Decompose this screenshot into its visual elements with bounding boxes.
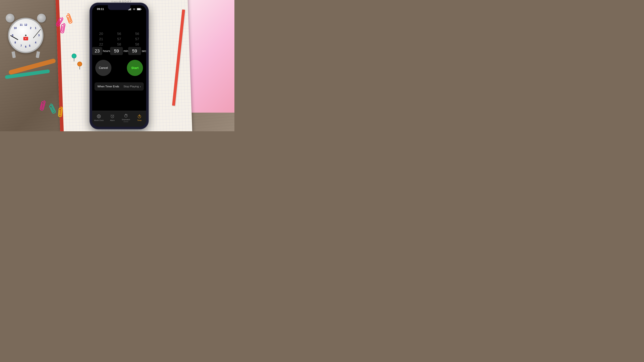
hours-selected-row[interactable]: 23 hours [92, 47, 110, 55]
tab-bar: World Clock Alarm [92, 111, 146, 127]
clock-num-8: 8 [14, 41, 16, 44]
seconds-label: sec [142, 49, 146, 53]
svg-line-17 [112, 116, 113, 117]
phone-screen: 09:11 [92, 5, 146, 127]
start-button[interactable]: Start [127, 60, 143, 76]
tab-alarm[interactable]: Alarm [106, 114, 119, 121]
alarm-clock: 12 1 3 4 5 6 7 8 9 10 11 2 d' [3, 13, 48, 58]
clock-hour-hand [10, 35, 18, 40]
minutes-above-1: 56 [110, 31, 128, 36]
seconds-selected-row[interactable]: 59 sec [128, 47, 146, 55]
seconds-selected[interactable]: 59 [128, 47, 141, 55]
svg-rect-3 [79, 66, 80, 69]
clock-num-6: 6 [25, 45, 26, 48]
svg-rect-7 [131, 8, 132, 10]
seconds-picker-column[interactable]: 56 57 58 59 sec [128, 31, 146, 55]
seconds-above-2: 57 [128, 36, 146, 42]
action-buttons: Cancel Start [95, 60, 143, 76]
minutes-above-2: 57 [110, 36, 128, 42]
power-button [148, 29, 149, 39]
tab-world-clock[interactable]: World Clock [92, 114, 106, 121]
cancel-button[interactable]: Cancel [95, 60, 112, 76]
volume-up-button [90, 26, 90, 31]
phone-body: 09:11 [90, 3, 148, 129]
svg-point-0 [72, 54, 76, 58]
minutes-selected-row[interactable]: 59 min [110, 47, 128, 55]
svg-rect-1 [74, 58, 74, 61]
phone: 09:11 [90, 3, 148, 129]
clock-num-7: 7 [20, 44, 22, 47]
svg-rect-10 [137, 8, 140, 10]
minutes-label: min [124, 49, 128, 53]
tab-world-clock-label: World Clock [94, 119, 104, 121]
hours-above-1: 20 [92, 31, 110, 36]
phone-notch [108, 5, 130, 10]
minutes-selected[interactable]: 59 [110, 47, 123, 55]
timer-ends-value: Stop Playing › [124, 85, 141, 88]
svg-point-2 [78, 62, 82, 66]
clock-face: 12 1 3 4 5 6 7 8 9 10 11 2 d' [8, 18, 44, 53]
clock-num-12: 12 [24, 23, 27, 26]
clock-bell-left [6, 14, 14, 22]
clock-leg-right [36, 51, 40, 58]
svg-line-22 [127, 114, 127, 115]
hours-above-3: 22 [92, 42, 110, 47]
svg-rect-9 [141, 9, 141, 10]
alarm-icon [110, 114, 115, 119]
volume-down-button [90, 33, 90, 39]
battery-icon [137, 8, 141, 10]
hours-above-2: 21 [92, 36, 110, 42]
svg-rect-6 [130, 8, 130, 10]
clock-num-1: 1 [35, 27, 36, 29]
world-clock-icon [96, 114, 101, 119]
pushpin-teal [71, 53, 77, 63]
hours-picker-column[interactable]: 20 21 22 23 hours [92, 31, 110, 55]
timer-picker[interactable]: 20 21 22 23 hours 56 57 58 59 min [92, 20, 146, 57]
paperclip-yellow-1 [58, 106, 63, 118]
clock-num-2: 2 [30, 27, 32, 29]
status-icons [128, 8, 141, 10]
clock-num-10: 10 [14, 27, 17, 29]
tab-timer-label: Timer [137, 119, 142, 121]
minutes-above-3: 58 [110, 42, 128, 47]
clock-num-5: 5 [29, 44, 30, 47]
clock-num-11: 11 [20, 23, 23, 26]
clock-brand: d' [23, 37, 28, 40]
hours-selected[interactable]: 23 [92, 47, 102, 55]
stopwatch-active-indicator [124, 122, 128, 122]
wifi-icon [133, 8, 136, 10]
timer-icon [137, 114, 142, 119]
clock-num-4: 4 [35, 41, 36, 44]
seconds-above-3: 58 [128, 42, 146, 47]
clock-leg-left [12, 51, 16, 58]
minutes-picker-column[interactable]: 56 57 58 59 min [110, 31, 128, 55]
stopwatch-icon [124, 113, 128, 118]
clock-bell-right [37, 14, 46, 22]
timer-ends-value-text: Stop Playing [124, 85, 139, 88]
hours-label: hours [103, 49, 110, 53]
seconds-above-1: 56 [128, 31, 146, 36]
pushpin-orange [76, 61, 83, 71]
tab-stopwatch-label: Stopwatch [122, 119, 130, 120]
timer-ends-row[interactable]: When Timer Ends Stop Playing › [94, 82, 144, 91]
clock-center [25, 34, 26, 36]
tab-alarm-label: Alarm [110, 119, 115, 121]
timer-ends-chevron: › [140, 85, 141, 88]
status-time: 09:11 [97, 7, 104, 11]
timer-ends-label: When Timer Ends [98, 85, 119, 88]
clock-num-3: 3 [38, 34, 40, 37]
tab-stopwatch[interactable]: Stopwatch [119, 113, 133, 122]
clock-minute-hand [33, 29, 41, 38]
tab-timer[interactable]: Timer [133, 114, 146, 121]
